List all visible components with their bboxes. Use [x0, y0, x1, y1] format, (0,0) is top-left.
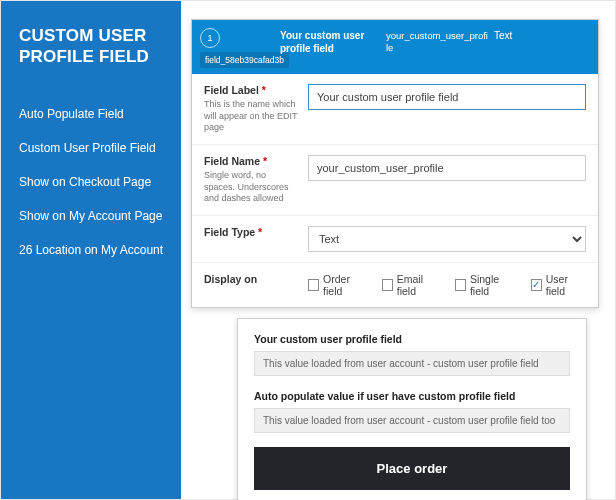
checkout-preview-card: Your custom user profile field Auto popu… — [237, 318, 587, 500]
required-asterisk: * — [258, 226, 262, 238]
sidebar-item-show-checkout[interactable]: Show on Checkout Page — [19, 174, 165, 190]
display-on-caption: Display on — [192, 263, 308, 307]
row-display-on: Display on Order field Email field Singl… — [192, 262, 598, 307]
field-type-caption: Field Type * — [192, 216, 308, 262]
display-on-text: Display on — [204, 273, 257, 285]
field-editor-header[interactable]: 1 field_58eb39cafad3b Your custom user p… — [192, 20, 598, 74]
checkbox-icon-checked: ✓ — [531, 279, 542, 291]
place-order-button[interactable]: Place order — [254, 447, 570, 490]
preview-field-2: Auto populate value if user have custom … — [254, 390, 570, 433]
field-label-text: Field Label — [204, 84, 259, 96]
field-name-text: Field Name — [204, 155, 260, 167]
sidebar-item-location[interactable]: 26 Location on My Account — [19, 242, 165, 258]
header-left: 1 field_58eb39cafad3b — [192, 20, 280, 74]
preview-field-1: Your custom user profile field — [254, 333, 570, 376]
sidebar-title: CUSTOM USER PROFILE FIELD — [19, 25, 165, 68]
checkbox-icon — [455, 279, 466, 291]
main-area: 1 field_58eb39cafad3b Your custom user p… — [181, 1, 615, 499]
checkbox-icon — [382, 279, 393, 291]
row-field-name: Field Name * Single word, no spaces. Und… — [192, 144, 598, 215]
field-label-caption: Field Label * This is the name which wil… — [192, 74, 308, 144]
field-editor-card: 1 field_58eb39cafad3b Your custom user p… — [191, 19, 599, 308]
checkbox-icon — [308, 279, 319, 291]
field-editor-body: Field Label * This is the name which wil… — [192, 74, 598, 307]
field-name-hint: Single word, no spaces. Underscores and … — [204, 170, 298, 205]
preview-field-2-label: Auto populate value if user have custom … — [254, 390, 570, 402]
sidebar-item-custom-user-profile[interactable]: Custom User Profile Field — [19, 140, 165, 156]
checkbox-label: User field — [546, 273, 586, 297]
sidebar: CUSTOM USER PROFILE FIELD Auto Populate … — [1, 1, 181, 499]
preview-field-1-label: Your custom user profile field — [254, 333, 570, 345]
checkbox-label: Email field — [397, 273, 441, 297]
checkbox-label: Order field — [323, 273, 368, 297]
required-asterisk: * — [262, 84, 266, 96]
title-line1: CUSTOM USER — [19, 26, 147, 45]
checkbox-user-field[interactable]: ✓User field — [531, 273, 586, 297]
row-field-type: Field Type * Text — [192, 215, 598, 262]
header-type: Text — [494, 20, 554, 43]
field-label-hint: This is the name which will appear on th… — [204, 99, 298, 134]
checkbox-single-field[interactable]: Single field — [455, 273, 517, 297]
checkbox-email-field[interactable]: Email field — [382, 273, 441, 297]
preview-field-2-input[interactable] — [254, 408, 570, 433]
field-number-icon: 1 — [200, 28, 220, 48]
field-label-input[interactable] — [308, 84, 586, 110]
header-slug: your_custom_user_profile — [386, 20, 494, 54]
preview-field-1-input[interactable] — [254, 351, 570, 376]
checkbox-order-field[interactable]: Order field — [308, 273, 368, 297]
sidebar-item-show-account[interactable]: Show on My Account Page — [19, 208, 165, 224]
sidebar-list: Auto Populate Field Custom User Profile … — [19, 106, 165, 259]
required-asterisk: * — [263, 155, 267, 167]
field-name-input[interactable] — [308, 155, 586, 181]
sidebar-item-auto-populate[interactable]: Auto Populate Field — [19, 106, 165, 122]
checkbox-label: Single field — [470, 273, 517, 297]
title-line2: PROFILE FIELD — [19, 47, 149, 66]
field-name-caption: Field Name * Single word, no spaces. Und… — [192, 145, 308, 215]
field-id-tag: field_58eb39cafad3b — [200, 52, 289, 68]
field-type-text: Field Type — [204, 226, 255, 238]
field-type-select[interactable]: Text — [308, 226, 586, 252]
header-title: Your custom user profile field — [280, 20, 386, 55]
row-field-label: Field Label * This is the name which wil… — [192, 74, 598, 144]
display-on-options: Order field Email field Single field ✓Us… — [308, 273, 586, 297]
